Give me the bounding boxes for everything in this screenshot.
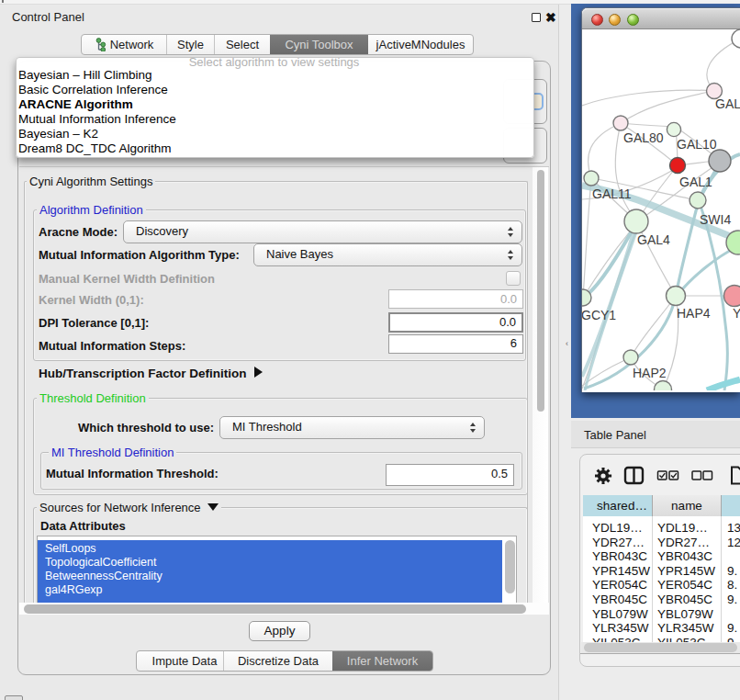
svg-text:GCY1: GCY1 — [582, 308, 616, 322]
svg-text:HAP2: HAP2 — [633, 366, 667, 380]
svg-text:GAL10: GAL10 — [677, 137, 717, 152]
svg-text:GAL11: GAL11 — [592, 186, 632, 201]
svg-text:Y: Y — [733, 306, 740, 321]
svg-text:HAP4: HAP4 — [677, 306, 711, 321]
svg-text:GAL1: GAL1 — [679, 175, 712, 189]
svg-text:GAL80: GAL80 — [623, 130, 664, 145]
svg-text:SWI4: SWI4 — [700, 212, 731, 227]
svg-text:GAL: GAL — [715, 96, 740, 111]
svg-text:GAL4: GAL4 — [637, 232, 670, 247]
